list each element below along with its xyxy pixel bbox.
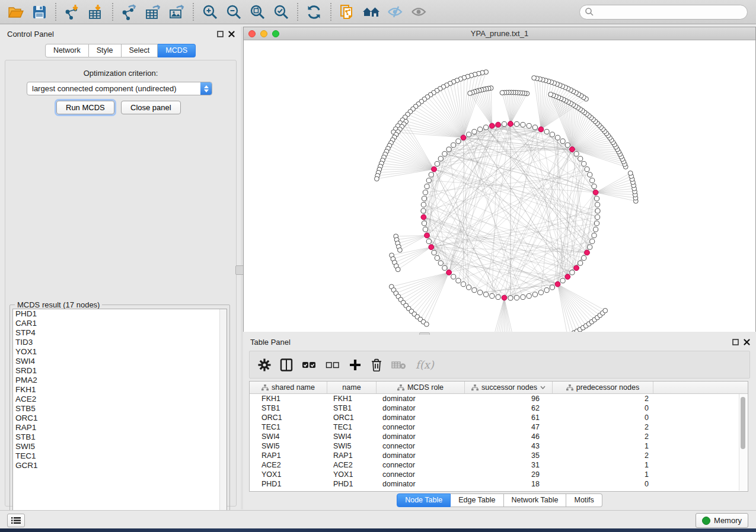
mcds-result-item[interactable]: ACE2 [13, 395, 227, 404]
table-row[interactable]: SWI4SWI4dominator462 [250, 432, 748, 441]
zoom-fit-button[interactable] [245, 1, 269, 23]
delete-column-button[interactable] [371, 358, 382, 371]
apply-layout-button[interactable] [302, 1, 326, 23]
tab-node-table[interactable]: Node Table [397, 493, 451, 507]
mcds-result-item[interactable]: STB1 [13, 432, 227, 442]
table-row[interactable]: ACE2ACE2connector311 [250, 460, 748, 470]
delete-table-button[interactable] [391, 360, 407, 370]
export-network-icon [121, 4, 138, 20]
column-header-predecessor-nodes[interactable]: predecessor nodes [553, 382, 653, 393]
mcds-result-item[interactable]: ORC1 [13, 414, 227, 423]
memory-button[interactable]: Memory [696, 513, 748, 528]
table-row[interactable]: YOX1YOX1connector291 [250, 470, 748, 479]
table-row[interactable]: FKH1FKH1dominator962 [250, 394, 748, 403]
mcds-result-item[interactable]: STB5 [13, 404, 227, 414]
table-row[interactable]: TEC1TEC1connector472 [250, 422, 748, 432]
close-panel-icon[interactable] [228, 31, 235, 37]
float-panel-icon[interactable] [732, 339, 739, 345]
settings-button[interactable] [258, 358, 271, 371]
cell: 96 [465, 395, 553, 403]
show-all-button[interactable] [407, 1, 430, 23]
zoom-selected-button[interactable] [269, 1, 293, 23]
select-all-button[interactable] [302, 360, 317, 370]
mcds-result-item[interactable]: CAR1 [13, 319, 227, 328]
zoom-out-button[interactable] [222, 1, 245, 23]
function-builder-button[interactable]: f(x) [416, 358, 434, 371]
tab-style[interactable]: Style [89, 44, 122, 57]
column-header-name[interactable]: name [327, 382, 377, 393]
mcds-result-list[interactable]: PHD1CAR1STP4TID3YOX1SWI4SRD1PMA2FKH1ACE2… [12, 309, 227, 521]
panel-menu-button[interactable] [7, 514, 25, 527]
run-mcds-button[interactable]: Run MCDS [56, 101, 114, 114]
tab-network-table[interactable]: Network Table [504, 493, 567, 507]
mcds-result-item[interactable]: RAP1 [13, 423, 227, 432]
mcds-result-item[interactable]: PMA2 [13, 376, 227, 385]
search-box[interactable] [579, 5, 748, 20]
table-row[interactable]: RAP1RAP1dominator352 [250, 451, 748, 460]
cell: connector [377, 442, 465, 450]
mcds-result-item[interactable]: FKH1 [13, 385, 227, 395]
export-table-button[interactable] [141, 1, 165, 23]
column-header-mcds-role[interactable]: MCDS role [377, 382, 465, 393]
mcds-result-item[interactable]: SWI4 [13, 357, 227, 366]
mcds-result-item[interactable]: YOX1 [13, 347, 227, 357]
tab-network[interactable]: Network [45, 44, 89, 57]
cell: 46 [465, 432, 553, 441]
mcds-result-item[interactable]: PHD1 [13, 309, 227, 319]
table-row[interactable]: ORC1ORC1dominator610 [250, 413, 748, 422]
close-panel-icon[interactable] [744, 339, 750, 345]
cell: 2 [553, 451, 653, 460]
home-icon [362, 4, 380, 20]
close-panel-button[interactable]: Close panel [121, 101, 181, 114]
tab-motifs[interactable]: Motifs [566, 493, 602, 507]
search-input[interactable] [594, 7, 747, 17]
column-label: MCDS role [407, 383, 444, 392]
tab-edge-table[interactable]: Edge Table [451, 493, 503, 507]
open-file-button[interactable] [4, 1, 27, 23]
zoom-in-button[interactable] [198, 1, 222, 23]
float-panel-icon[interactable] [217, 31, 224, 37]
optimization-criterion-label: Optimization criterion: [5, 69, 236, 78]
table-scrollbar-thumb[interactable] [741, 397, 745, 449]
mcds-result-item[interactable]: TID3 [13, 338, 227, 347]
cell: RAP1 [327, 451, 377, 460]
column-header-shared-name[interactable]: shared name [250, 382, 327, 393]
cell: connector [377, 461, 465, 469]
network-graph-canvas[interactable] [244, 40, 755, 332]
cell: SWI4 [250, 432, 327, 441]
table-toolbar: f(x) [249, 351, 750, 379]
import-table-button[interactable] [84, 1, 108, 23]
clone-network-button[interactable] [336, 1, 359, 23]
zoom-out-icon [226, 4, 241, 20]
dropdown-stepper-icon [200, 82, 212, 95]
application-window: Control Panel NetworkStyleSelectMCDS Opt… [0, 0, 756, 532]
cell: 0 [553, 404, 653, 412]
cell: TEC1 [327, 423, 377, 431]
save-session-button[interactable] [27, 1, 51, 23]
mcds-result-item[interactable]: SRD1 [13, 366, 227, 376]
hide-selected-button[interactable] [383, 1, 407, 23]
table-scrollbar[interactable] [739, 394, 747, 491]
tab-select[interactable]: Select [122, 44, 158, 57]
mcds-result-item[interactable]: SWI5 [13, 442, 227, 451]
import-network-button[interactable] [60, 1, 84, 23]
table-row[interactable]: PHD1PHD1dominator180 [250, 479, 748, 489]
result-list-scrollbar[interactable] [219, 309, 227, 520]
network-window-titlebar[interactable]: YPA_prune.txt_1 [244, 27, 755, 40]
table-panel-title: Table Panel [250, 338, 291, 347]
column-header-successor-nodes[interactable]: successor nodes [465, 382, 553, 393]
table-row[interactable]: STB1STB1dominator620 [250, 403, 748, 413]
columns-button[interactable] [280, 358, 293, 371]
table-row[interactable]: SWI5SWI5connector431 [250, 441, 748, 451]
mcds-result-item[interactable]: STP4 [13, 328, 227, 338]
criterion-dropdown[interactable]: largest connected component (undirected) [27, 82, 212, 95]
add-column-button[interactable] [349, 358, 362, 371]
table-panel-header: Table Panel [243, 335, 756, 349]
tab-mcds[interactable]: MCDS [158, 44, 196, 57]
home-button[interactable] [359, 1, 383, 23]
mcds-result-item[interactable]: TEC1 [13, 451, 227, 461]
deselect-all-button[interactable] [326, 360, 340, 370]
export-network-button[interactable] [117, 1, 141, 23]
export-image-button[interactable] [165, 1, 189, 23]
mcds-result-item[interactable]: GCR1 [13, 461, 227, 470]
